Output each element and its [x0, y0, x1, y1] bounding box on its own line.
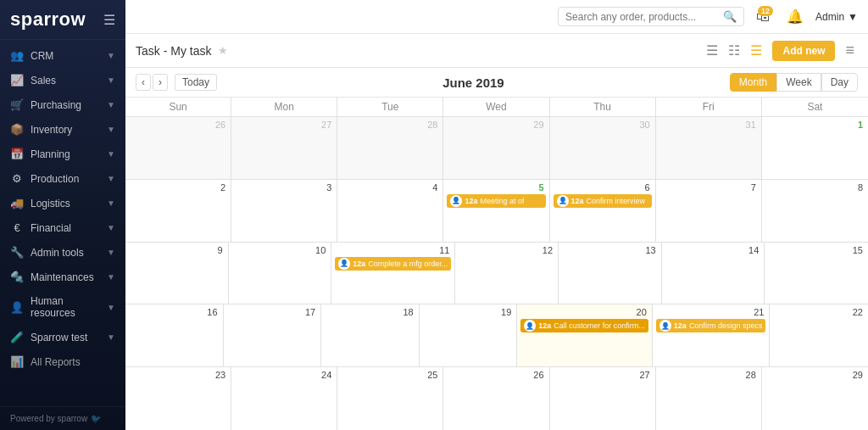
- calendar-view-icon[interactable]: ☰: [747, 41, 765, 60]
- calendar-cell[interactable]: 18: [321, 304, 420, 366]
- calendar-cell[interactable]: 27: [231, 117, 337, 179]
- nav-arrows: ‹ ›: [136, 74, 168, 91]
- day-number: 26: [447, 370, 545, 380]
- calendar-cell[interactable]: 10: [229, 243, 332, 304]
- admin-label: Admin: [815, 11, 844, 23]
- calendar-cell[interactable]: 24: [231, 367, 337, 430]
- calendar-cell[interactable]: 26: [125, 117, 231, 179]
- search-input[interactable]: [565, 11, 718, 23]
- search-box[interactable]: 🔍: [558, 7, 744, 26]
- sidebar-item-human-resources[interactable]: 👤 Human resources ▼: [0, 289, 125, 325]
- calendar-cell[interactable]: 30: [550, 117, 656, 179]
- calendar-cell[interactable]: 29: [762, 367, 868, 430]
- calendar-cell-today[interactable]: 20 👤 12a Call customer for confirm...: [517, 304, 653, 366]
- day-number: 9: [129, 245, 225, 255]
- event-avatar: 👤: [338, 258, 350, 270]
- calendar-row: 9 10 11 👤 12a Complete a mfg order... 12…: [125, 243, 868, 305]
- calendar-cell[interactable]: 19: [420, 304, 518, 366]
- month-button[interactable]: Month: [730, 73, 776, 92]
- topbar: 🔍 🛍 12 🔔 Admin ▼: [125, 0, 868, 34]
- calendar-cell[interactable]: 1: [762, 117, 868, 179]
- calendar-cell[interactable]: 27: [550, 367, 656, 430]
- calendar-row: 26 27 28 29 30 31 1: [125, 117, 868, 180]
- sidebar-item-production[interactable]: ⚙ Production ▼: [0, 166, 125, 191]
- sidebar-item-admin-tools[interactable]: 🔧 Admin tools ▼: [0, 240, 125, 265]
- main-content: 🔍 🛍 12 🔔 Admin ▼ Task - My task ★ ☰ ☷ ☰ …: [125, 0, 868, 430]
- sidebar-item-purchasing[interactable]: 🛒 Purchasing ▼: [0, 92, 125, 117]
- favorite-icon[interactable]: ★: [218, 44, 228, 57]
- search-icon[interactable]: 🔍: [723, 10, 737, 23]
- calendar-cell[interactable]: 3: [231, 180, 337, 242]
- sidebar-item-logistics[interactable]: 🚚 Logistics ▼: [0, 191, 125, 215]
- sidebar-item-sales[interactable]: 📈 Sales ▼: [0, 68, 125, 92]
- prev-month-button[interactable]: ‹: [136, 74, 151, 91]
- calendar-cell[interactable]: 15: [765, 243, 868, 304]
- sidebar-item-inventory[interactable]: 📦 Inventory ▼: [0, 117, 125, 142]
- sidebar-item-financial[interactable]: € Financial ▼: [0, 215, 125, 240]
- calendar-event[interactable]: 👤 12a Call customer for confirm...: [520, 319, 648, 332]
- grid-view-icon[interactable]: ☷: [725, 41, 743, 60]
- week-button[interactable]: Week: [776, 73, 821, 92]
- day-number: 16: [129, 307, 220, 317]
- calendar-cell[interactable]: 28: [656, 367, 762, 430]
- sidebar-item-maintenances[interactable]: 🔩 Maintenances ▼: [0, 265, 125, 289]
- calendar-cell[interactable]: 2: [125, 180, 231, 242]
- chevron-down-icon: ▼: [107, 75, 115, 85]
- calendar-event[interactable]: 👤 12a Complete a mfg order...: [335, 257, 451, 271]
- day-number: 23: [129, 370, 227, 380]
- sidebar-item-label: Logistics: [31, 198, 100, 209]
- sidebar-item-all-reports[interactable]: 📊 All Reports: [0, 349, 125, 374]
- add-new-button[interactable]: Add new: [772, 41, 835, 61]
- today-button[interactable]: Today: [175, 74, 217, 91]
- calendar-cell-6[interactable]: 6 👤 12a Confirm interview: [550, 180, 656, 242]
- calendar-event[interactable]: 👤 12a Confirm design specs: [656, 319, 766, 332]
- notification-icon[interactable]: 🔔: [782, 8, 809, 25]
- calendar-cell[interactable]: 25: [337, 367, 443, 430]
- maintenances-icon: 🔩: [10, 271, 24, 283]
- day-number: 25: [341, 370, 439, 380]
- next-month-button[interactable]: ›: [153, 74, 168, 91]
- sidebar-item-label: Maintenances: [31, 271, 100, 283]
- calendar-cell[interactable]: 13: [559, 243, 662, 304]
- calendar-cell[interactable]: 28: [337, 117, 443, 179]
- event-label: Confirm interview: [587, 197, 646, 205]
- calendar-cell[interactable]: 12: [455, 243, 559, 304]
- calendar-cell[interactable]: 17: [224, 304, 322, 366]
- day-number: 24: [235, 370, 333, 380]
- calendar-cell[interactable]: 16: [125, 304, 224, 366]
- footer-text: Powered by sparrow: [10, 414, 87, 423]
- calendar-cell[interactable]: 26: [443, 367, 549, 430]
- header-sun: Sun: [125, 98, 231, 116]
- calendar-cell[interactable]: 23: [125, 367, 231, 430]
- calendar-cell[interactable]: 29: [443, 117, 549, 179]
- calendar-cell[interactable]: 31: [656, 117, 762, 179]
- chevron-down-icon: ▼: [107, 198, 115, 208]
- calendar-cell-5[interactable]: 5 👤 12a Meeting at of: [443, 180, 549, 242]
- sidebar-item-crm[interactable]: 👥 CRM ▼: [0, 43, 125, 68]
- day-number: 28: [341, 120, 439, 130]
- planning-icon: 📅: [10, 148, 24, 160]
- day-number: 18: [325, 307, 415, 317]
- calendar-cell[interactable]: 4: [337, 180, 443, 242]
- crm-icon: 👥: [10, 49, 24, 62]
- page-title: Task - My task: [136, 44, 211, 58]
- sidebar-item-sparrow-test[interactable]: 🧪 Sparrow test ▼: [0, 325, 125, 349]
- calendar-cell[interactable]: 14: [662, 243, 765, 304]
- calendar-cell[interactable]: 7: [656, 180, 762, 242]
- day-button[interactable]: Day: [821, 73, 858, 92]
- calendar-event[interactable]: 👤 12a Confirm interview: [554, 194, 652, 208]
- calendar-cell-11[interactable]: 11 👤 12a Complete a mfg order...: [331, 243, 455, 304]
- day-number: 12: [459, 245, 554, 255]
- event-time: 12a: [465, 197, 477, 205]
- calendar-event[interactable]: 👤 12a Meeting at of: [447, 194, 545, 208]
- calendar-cell[interactable]: 22: [770, 304, 868, 366]
- list-view-icon[interactable]: ☰: [703, 41, 721, 60]
- day-number: 27: [235, 120, 333, 130]
- more-options-icon[interactable]: ≡: [842, 40, 858, 61]
- calendar-cell-21[interactable]: 21 👤 12a Confirm design specs: [653, 304, 771, 366]
- calendar-cell[interactable]: 8: [762, 180, 868, 242]
- hamburger-icon[interactable]: ☰: [103, 12, 115, 28]
- admin-button[interactable]: Admin ▼: [815, 11, 858, 23]
- sidebar-item-planning[interactable]: 📅 Planning ▼: [0, 142, 125, 166]
- calendar-cell[interactable]: 9: [125, 243, 229, 304]
